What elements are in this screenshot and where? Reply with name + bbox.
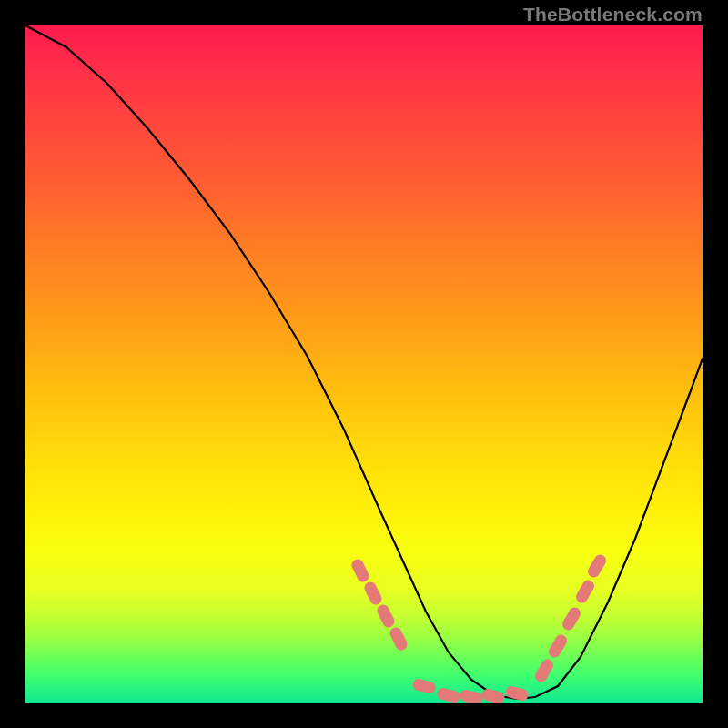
chart-frame: TheBottleneck.com xyxy=(0,0,728,728)
highlight-dot xyxy=(555,641,561,652)
highlight-dot xyxy=(488,695,499,698)
highlight-dot xyxy=(466,696,477,699)
highlight-dot xyxy=(594,561,601,571)
highlight-dot xyxy=(419,685,430,688)
watermark: TheBottleneck.com xyxy=(523,4,703,25)
plot-area xyxy=(25,25,703,703)
highlight-dot xyxy=(511,693,522,695)
highlight-dot xyxy=(582,586,589,597)
highlight-dot xyxy=(358,565,363,576)
highlight-dot xyxy=(370,588,376,599)
highlight-dot xyxy=(443,694,454,697)
chart-svg xyxy=(25,25,703,703)
highlight-dot xyxy=(541,665,548,676)
bottleneck-curve xyxy=(25,25,703,699)
highlight-dot xyxy=(383,611,389,622)
highlight-dot xyxy=(396,633,401,644)
highlight-dot xyxy=(569,613,575,624)
